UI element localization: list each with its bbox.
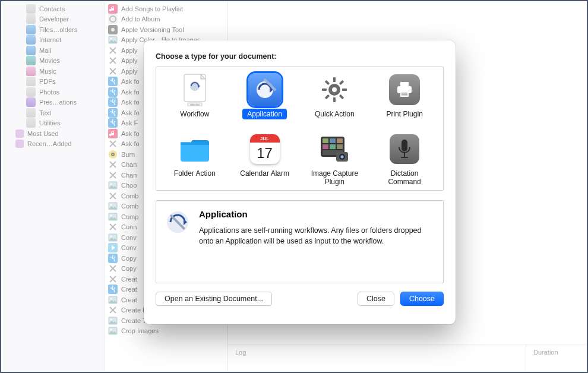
workflow-icon: WFLOW	[178, 73, 211, 106]
type-label: Calendar Alarm	[235, 168, 294, 186]
svg-rect-74	[337, 138, 343, 143]
type-image-capture-plugin[interactable]: Image Capture Plugin	[300, 132, 370, 188]
svg-text:WFLOW: WFLOW	[190, 103, 200, 106]
svg-rect-73	[330, 138, 336, 143]
svg-rect-63	[325, 94, 330, 99]
description-title: Application	[199, 209, 435, 219]
type-label: Workflow	[175, 109, 214, 127]
svg-rect-84	[401, 157, 408, 158]
svg-rect-69	[402, 93, 407, 94]
svg-rect-76	[330, 144, 336, 149]
type-label: Quick Action	[310, 109, 359, 127]
type-label: Dictation Command	[369, 168, 440, 188]
type-folder-action[interactable]: Folder Action	[160, 132, 230, 188]
type-label: Folder Action	[169, 168, 220, 186]
folder-icon	[178, 132, 211, 166]
calendar-icon: JUL 17	[248, 132, 282, 166]
type-calendar-alarm[interactable]: JUL 17 Calendar Alarm	[230, 132, 300, 188]
document-type-grid: WFLOW Workflow A	[156, 67, 444, 191]
application-icon	[165, 209, 191, 235]
type-label: Image Capture Plugin	[300, 168, 370, 188]
gear-icon	[318, 73, 351, 106]
choose-button[interactable]: Choose	[400, 292, 444, 306]
type-label: Print Plugin	[381, 109, 427, 127]
svg-rect-72	[323, 138, 328, 143]
svg-point-57	[332, 87, 337, 92]
type-application[interactable]: Application	[230, 73, 300, 127]
type-label: Application	[242, 109, 287, 119]
svg-rect-62	[339, 80, 344, 85]
svg-rect-60	[322, 88, 327, 91]
svg-rect-64	[325, 80, 330, 85]
microphone-icon	[388, 132, 421, 166]
svg-rect-65	[339, 94, 344, 99]
svg-rect-82	[402, 140, 407, 151]
svg-rect-70	[402, 94, 407, 96]
svg-rect-77	[337, 144, 343, 149]
type-print-plugin[interactable]: Print Plugin	[369, 73, 440, 127]
type-description: Application Applications are self-runnin…	[156, 200, 444, 283]
printer-icon	[388, 73, 421, 106]
svg-rect-66	[400, 82, 409, 86]
svg-rect-61	[342, 88, 347, 91]
close-button[interactable]: Close	[358, 292, 394, 306]
type-quick-action[interactable]: Quick Action	[300, 73, 370, 127]
sheet-heading: Choose a type for your document:	[156, 52, 444, 61]
svg-rect-58	[333, 77, 336, 82]
image-capture-icon	[318, 132, 351, 166]
type-workflow[interactable]: WFLOW Workflow	[160, 73, 230, 127]
svg-point-81	[341, 156, 344, 159]
svg-rect-75	[323, 144, 328, 149]
open-existing-button[interactable]: Open an Existing Document...	[156, 292, 272, 306]
description-text: Applications are self-running workflows.…	[199, 225, 435, 246]
new-document-sheet: Choose a type for your document: WFLOW W…	[144, 40, 456, 324]
type-dictation-command[interactable]: Dictation Command	[369, 132, 440, 188]
svg-rect-68	[400, 91, 409, 97]
application-icon	[248, 73, 282, 106]
svg-rect-59	[333, 97, 336, 102]
svg-rect-83	[404, 153, 405, 157]
